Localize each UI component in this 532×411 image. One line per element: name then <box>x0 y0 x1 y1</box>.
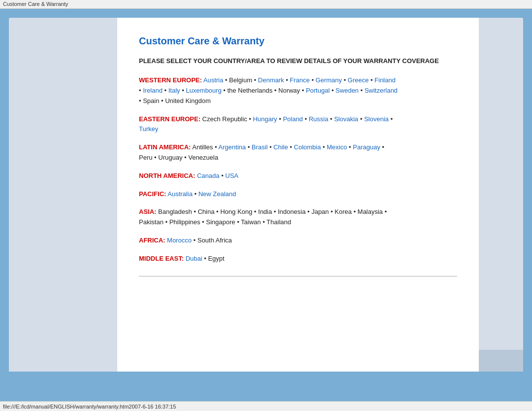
title-bar: Customer Care & Warranty <box>0 0 532 9</box>
region-pacific: PACIFIC: Australia • New Zealand <box>139 189 457 200</box>
page-title: Customer Care & Warranty <box>139 35 457 47</box>
country-morocco[interactable]: Morocco <box>167 237 192 244</box>
country-czech: Czech Republic <box>202 115 247 123</box>
country-austria[interactable]: Austria <box>203 76 223 84</box>
country-portugal[interactable]: Portugal <box>306 87 330 94</box>
country-belgium: Belgium <box>229 76 252 84</box>
country-poland[interactable]: Poland <box>283 115 302 123</box>
country-usa[interactable]: USA <box>225 172 238 179</box>
country-brasil[interactable]: Brasil <box>252 143 268 151</box>
country-colombia[interactable]: Colombia <box>294 143 321 151</box>
country-chile[interactable]: Chile <box>273 143 288 151</box>
region-label-africa: AFRICA: <box>139 237 165 244</box>
country-egypt: Egypt <box>208 255 224 262</box>
country-germany[interactable]: Germany <box>316 76 342 84</box>
left-sidebar <box>9 18 117 372</box>
status-bar-text: file:///E:/lcd/manual/ENGLISH/warranty/w… <box>3 404 176 410</box>
country-france[interactable]: France <box>290 76 309 84</box>
title-bar-text: Customer Care & Warranty <box>3 1 68 7</box>
country-hungary[interactable]: Hungary <box>253 115 277 123</box>
region-western-europe: WESTERN EUROPE: Austria • Belgium • Denm… <box>139 75 457 106</box>
country-italy[interactable]: Italy <box>168 87 180 94</box>
country-luxembourg[interactable]: Luxembourg <box>186 87 221 94</box>
country-argentina[interactable]: Argentina <box>218 143 246 151</box>
country-slovenia[interactable]: Slovenia <box>364 115 389 123</box>
country-norway: Norway <box>278 87 300 94</box>
country-australia[interactable]: Australia <box>167 190 193 198</box>
country-peru: Peru <box>139 154 152 161</box>
country-denmark[interactable]: Denmark <box>258 76 284 84</box>
country-spain: Spain <box>143 97 159 104</box>
country-finland[interactable]: Finland <box>374 76 396 84</box>
country-slovakia[interactable]: Slovakia <box>334 115 358 123</box>
region-asia: ASIA: Bangladesh • China • Hong Kong • I… <box>139 207 457 228</box>
region-africa: AFRICA: Morocco • South Africa <box>139 236 457 246</box>
country-antilles: Antilles <box>192 143 213 151</box>
country-new-zealand[interactable]: New Zealand <box>199 190 236 198</box>
country-paraguay[interactable]: Paraguay <box>353 143 380 151</box>
country-uruguay: Uruguay <box>158 154 182 161</box>
region-label-western-europe: WESTERN EUROPE: <box>139 76 202 84</box>
region-label-eastern-europe: EASTERN EUROPE: <box>139 115 200 123</box>
status-bar: file:///E:/lcd/manual/ENGLISH/warranty/w… <box>0 401 532 411</box>
country-russia[interactable]: Russia <box>309 115 329 123</box>
region-middle-east: MIDDLE EAST: Dubai • Egypt <box>139 254 457 264</box>
region-label-latin-america: LATIN AMERICA: <box>139 143 191 151</box>
country-mexico[interactable]: Mexico <box>327 143 347 151</box>
region-latin-america: LATIN AMERICA: Antilles • Argentina • Br… <box>139 142 457 163</box>
country-turkey[interactable]: Turkey <box>139 125 158 133</box>
main-content: Customer Care & Warranty PLEASE SELECT Y… <box>117 18 479 372</box>
region-label-north-america: NORTH AMERICA: <box>139 172 195 179</box>
country-south-africa: South Africa <box>198 237 232 244</box>
region-eastern-europe: EASTERN EUROPE: Czech Republic • Hungary… <box>139 114 457 135</box>
country-ireland[interactable]: Ireland <box>143 87 163 94</box>
country-venezuela: Venezuela <box>188 154 218 161</box>
region-label-middle-east: MIDDLE EAST: <box>139 255 184 262</box>
region-label-pacific: PACIFIC: <box>139 190 166 198</box>
country-netherlands: the Netherlands <box>227 87 272 94</box>
country-switzerland[interactable]: Switzerland <box>365 87 398 94</box>
section-divider <box>139 276 457 276</box>
bottom-area <box>0 372 532 401</box>
country-thailand: Thailand <box>266 218 291 226</box>
right-sidebar <box>479 18 523 372</box>
region-north-america: NORTH AMERICA: Canada • USA <box>139 171 457 181</box>
country-greece[interactable]: Greece <box>348 76 369 84</box>
country-canada[interactable]: Canada <box>197 172 220 179</box>
country-uk: United Kingdom <box>165 97 211 104</box>
country-sweden[interactable]: Sweden <box>335 87 359 94</box>
instructions: PLEASE SELECT YOUR COUNTRY/AREA TO REVIE… <box>139 57 457 66</box>
region-label-asia: ASIA: <box>139 208 156 215</box>
country-dubai[interactable]: Dubai <box>186 255 202 262</box>
